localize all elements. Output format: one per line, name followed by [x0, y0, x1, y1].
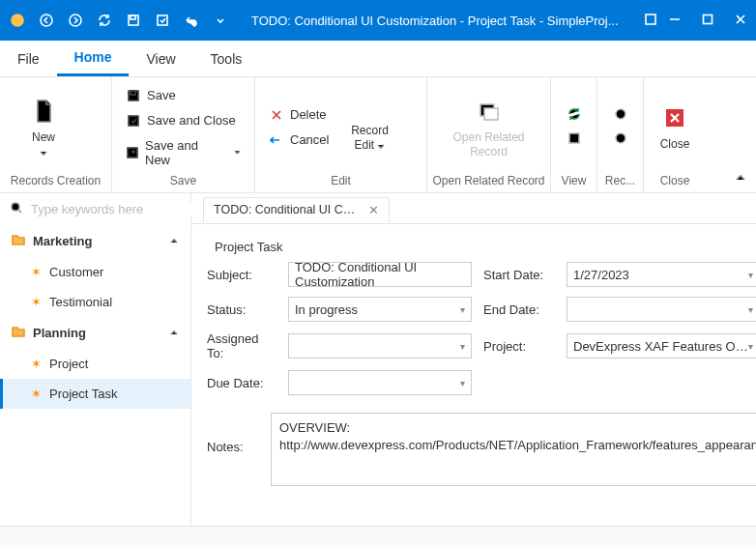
window-title: TODO: Conditional UI Customization - Pro…	[228, 14, 644, 28]
tab-close-icon[interactable]: ✕	[368, 203, 379, 217]
nav-item-project[interactable]: ✶Project	[0, 349, 190, 379]
nav-item-testimonial[interactable]: ✶Testimonial	[0, 287, 190, 317]
window-mode-icon[interactable]	[644, 13, 657, 29]
svg-point-18	[12, 203, 19, 211]
rec-icon-2	[613, 130, 628, 149]
svg-rect-4	[131, 15, 135, 19]
label-status: Status:	[207, 302, 276, 317]
maximize-button[interactable]	[702, 14, 713, 28]
save-icon[interactable]	[126, 13, 141, 28]
save-close-button[interactable]: Save and Close	[122, 111, 245, 130]
project-field[interactable]: DevExpress XAF Features Over...▾	[567, 333, 756, 359]
chevron-down-icon[interactable]: ▾	[748, 270, 753, 280]
chevron-up-icon	[169, 326, 179, 340]
svg-rect-7	[704, 14, 712, 23]
svg-rect-5	[158, 15, 167, 25]
tab-project-task[interactable]: TODO: Conditional UI Cust... ✕	[203, 197, 390, 222]
main-area: TODO: Conditional UI Cust... ✕ Project T…	[191, 193, 756, 526]
qat-dropdown-icon[interactable]	[213, 13, 228, 28]
label-assigned: Assigned To:	[207, 331, 276, 360]
gear-icon: ✶	[31, 357, 42, 371]
menu-bar: File Home View Tools	[0, 41, 756, 77]
save-new-button[interactable]: Save and New	[122, 136, 245, 169]
save-new-icon	[126, 145, 139, 160]
svg-rect-14	[569, 133, 579, 143]
start-date-field[interactable]: 1/27/2023▾	[567, 262, 756, 287]
nav-panel: Marketing ✶Customer ✶Testimonial Plannin…	[0, 193, 191, 526]
refresh-icon[interactable]	[97, 13, 112, 28]
chevron-down-icon[interactable]: ▾	[460, 378, 465, 388]
close-record-button[interactable]: Close	[654, 83, 696, 171]
chevron-down-icon[interactable]: ▾	[460, 341, 465, 352]
assigned-field[interactable]: ▾	[288, 333, 472, 359]
minimize-button[interactable]	[669, 14, 681, 28]
svg-point-2	[70, 14, 81, 26]
label-due: Due Date:	[207, 376, 276, 390]
app-icon	[10, 13, 25, 28]
nav-back-icon[interactable]	[39, 13, 54, 28]
svg-rect-9	[131, 91, 135, 95]
ribbon: New Records Creation Save Save and Close…	[0, 77, 756, 193]
status-field[interactable]: In progress▾	[288, 297, 472, 322]
nav-group-marketing[interactable]: Marketing	[0, 225, 190, 257]
tab-strip: TODO: Conditional UI Cust... ✕	[191, 193, 756, 224]
close-icon	[659, 102, 690, 133]
group-related: Open Related Record	[427, 171, 550, 192]
view-sub-icon	[567, 130, 582, 149]
delete-icon	[269, 107, 284, 123]
delete-button[interactable]: Delete	[265, 105, 333, 125]
label-project: Project:	[483, 339, 555, 354]
gear-icon: ✶	[31, 387, 42, 401]
menu-home[interactable]: Home	[57, 41, 130, 76]
cancel-icon	[269, 132, 284, 148]
folder-icon	[12, 233, 25, 249]
group-records-creation: Records Creation	[0, 171, 111, 192]
new-button[interactable]: New	[10, 83, 77, 171]
new-label: New	[32, 130, 55, 144]
label-subject: Subject:	[207, 268, 276, 282]
nav-search[interactable]	[0, 193, 190, 225]
gear-icon: ✶	[31, 265, 42, 279]
search-input[interactable]	[31, 202, 193, 216]
save-button[interactable]: Save	[122, 86, 245, 105]
save-icon	[126, 88, 141, 103]
collapse-ribbon-icon[interactable]	[735, 172, 746, 186]
svg-rect-11	[128, 148, 137, 158]
svg-point-0	[12, 14, 23, 26]
svg-point-1	[41, 14, 52, 26]
chevron-down-icon[interactable]: ▾	[748, 341, 753, 352]
label-end-date: End Date:	[483, 302, 555, 317]
nav-forward-icon[interactable]	[68, 13, 83, 28]
menu-view[interactable]: View	[129, 41, 192, 76]
svg-rect-6	[646, 14, 655, 24]
nav-item-customer[interactable]: ✶Customer	[0, 257, 190, 287]
group-view: View	[551, 171, 596, 192]
new-file-icon	[28, 96, 59, 127]
chevron-up-icon	[169, 234, 179, 248]
end-date-field[interactable]: ▾	[567, 297, 756, 322]
save-close-icon[interactable]	[155, 13, 170, 28]
svg-point-15	[616, 109, 625, 119]
search-icon	[10, 201, 23, 217]
nav-item-project-task[interactable]: ✶Project Task	[0, 379, 190, 409]
view-refresh-icon[interactable]	[567, 106, 582, 125]
notes-field[interactable]: OVERVIEW: http://www.devexpress.com/Prod…	[271, 413, 756, 486]
svg-rect-13	[484, 108, 498, 120]
due-date-field[interactable]: ▾	[288, 370, 472, 395]
chevron-down-icon[interactable]: ▾	[460, 304, 465, 315]
nav-group-planning[interactable]: Planning	[0, 317, 190, 349]
rec-icon-1	[613, 106, 628, 125]
title-bar: TODO: Conditional UI Customization - Pro…	[0, 0, 756, 41]
cancel-button[interactable]: Cancel	[265, 130, 333, 150]
svg-point-16	[616, 133, 625, 143]
menu-tools[interactable]: Tools	[193, 41, 260, 76]
menu-file[interactable]: File	[0, 41, 57, 76]
record-edit-button[interactable]: Record Edit	[340, 83, 398, 171]
save-close-icon	[126, 113, 141, 129]
close-button[interactable]	[735, 14, 746, 28]
undo-icon[interactable]	[184, 13, 199, 28]
open-related-button: Open Related Record	[437, 83, 540, 171]
subject-field[interactable]: TODO: Conditional UI Customization	[288, 262, 472, 287]
label-notes: Notes:	[207, 413, 255, 486]
chevron-down-icon[interactable]: ▾	[748, 304, 753, 315]
